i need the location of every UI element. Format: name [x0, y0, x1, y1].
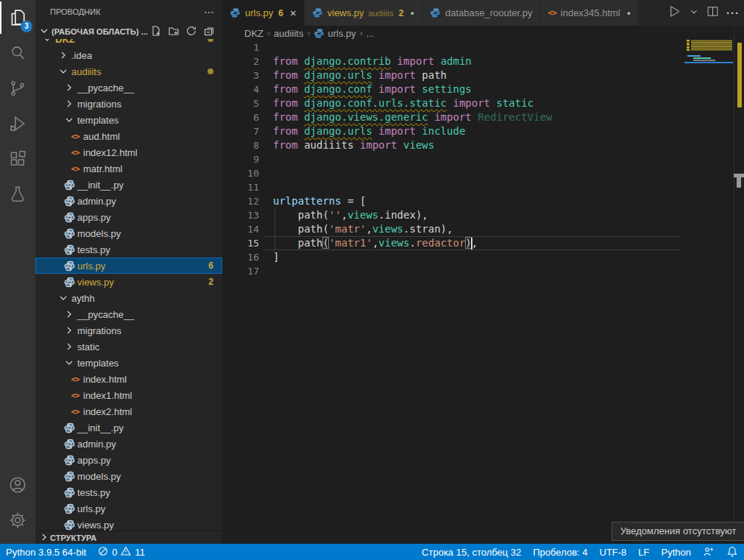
code-line-7[interactable]: 7from django.urls import include — [222, 124, 744, 138]
notifications-bell-icon[interactable] — [720, 544, 744, 560]
code-line-13[interactable]: 13 path('',views.index), — [222, 208, 744, 222]
code-line-10[interactable]: 10 — [222, 166, 744, 180]
source-control-icon[interactable] — [0, 71, 35, 106]
tab-urls.py[interactable]: urls.py6× — [222, 0, 305, 26]
code-line-14[interactable]: 14 path('matr',views.stran), — [222, 222, 744, 236]
tree-item-.idea[interactable]: .idea — [35, 47, 222, 63]
indentation-status[interactable]: Пробелов: 4 — [527, 544, 593, 560]
problems-status[interactable]: 0 11 — [92, 544, 151, 560]
new-file-icon[interactable] — [150, 25, 162, 38]
search-icon[interactable] — [0, 35, 35, 71]
cursor-position-status[interactable]: Строка 15, столбец 32 — [416, 544, 527, 560]
tree-item-aud.html[interactable]: <>aud.html — [35, 128, 222, 144]
dirty-indicator-icon[interactable]: ● — [627, 10, 631, 17]
code-editor[interactable]: 12from django.contrib import admin3from … — [222, 40, 744, 544]
code-line-17[interactable]: 17 — [222, 264, 744, 278]
line-number[interactable]: 7 — [222, 124, 259, 138]
line-number[interactable]: 11 — [222, 180, 259, 194]
tab-views.py[interactable]: views.pyaudiiits2● — [305, 0, 422, 26]
tree-item-matr.html[interactable]: <>matr.html — [35, 160, 222, 177]
line-number[interactable]: 4 — [222, 82, 259, 96]
language-mode-status[interactable]: Python — [656, 544, 697, 560]
line-number[interactable]: 17 — [222, 264, 259, 278]
line-number[interactable]: 6 — [222, 110, 259, 124]
explorer-icon[interactable]: 3 — [0, 0, 35, 35]
run-debug-icon[interactable] — [0, 106, 35, 141]
tree-item-apps.py[interactable]: apps.py — [35, 452, 222, 468]
minimap[interactable] — [684, 39, 733, 510]
code-line-5[interactable]: 5from django.conf.urls.static import sta… — [222, 96, 744, 110]
tree-item-index12.html[interactable]: <>index12.html — [35, 144, 222, 160]
line-number[interactable]: 10 — [222, 166, 259, 180]
breadcrumb-item-urls.py[interactable]: urls.py — [313, 28, 355, 39]
outline-section-header[interactable]: СТРУКТУРА — [35, 531, 222, 544]
code-line-4[interactable]: 4from django.conf import settings — [222, 82, 744, 96]
tree-item-urls.py[interactable]: urls.py — [35, 500, 222, 517]
tab-database_roouter.py[interactable]: database_roouter.py — [422, 0, 541, 26]
breadcrumb-item-DKZ[interactable]: DKZ — [244, 28, 263, 39]
python-interpreter-status[interactable]: Python 3.9.5 64-bit — [0, 544, 92, 560]
line-number[interactable]: 14 — [222, 222, 259, 236]
encoding-status[interactable]: UTF-8 — [594, 544, 633, 560]
tree-item-views.py[interactable]: views.py — [35, 517, 222, 531]
settings-gear-icon[interactable] — [0, 503, 35, 538]
tree-item-apps.py[interactable]: apps.py — [35, 209, 222, 225]
tree-item-urls.py[interactable]: urls.py6 — [35, 258, 222, 274]
tree-item-views.py[interactable]: views.py2 — [35, 274, 222, 290]
code-line-8[interactable]: 8from audiiits import views — [222, 138, 744, 152]
tree-item-models.py[interactable]: models.py — [35, 225, 222, 241]
tree-item-static[interactable]: static — [35, 339, 222, 355]
code-line-3[interactable]: 3from django.urls import path — [222, 68, 744, 82]
tree-item-tests.py[interactable]: tests.py — [35, 484, 222, 500]
extensions-icon[interactable] — [0, 141, 35, 177]
breadcrumb-item-audiiits[interactable]: audiiits — [274, 28, 303, 39]
explorer-more-actions-icon[interactable]: ⋯ — [204, 6, 215, 18]
collapse-all-icon[interactable] — [203, 25, 215, 38]
breadcrumb-item-...[interactable]: ... — [366, 28, 375, 39]
line-number[interactable]: 16 — [222, 250, 259, 264]
tree-item-__init__.py[interactable]: __init__.py — [35, 177, 222, 193]
line-number[interactable]: 2 — [222, 54, 259, 68]
eol-status[interactable]: LF — [632, 544, 655, 560]
run-dropdown-chevron-icon[interactable] — [689, 7, 699, 20]
line-number[interactable]: 12 — [222, 194, 259, 208]
line-number[interactable]: 5 — [222, 96, 259, 110]
tree-item-aythh[interactable]: aythh — [35, 290, 222, 306]
code-line-1[interactable]: 1 — [222, 40, 744, 54]
code-line-12[interactable]: 12urlpatterns = [ — [222, 194, 744, 208]
line-number[interactable]: 3 — [222, 68, 259, 82]
line-number[interactable]: 15 — [222, 236, 259, 250]
dirty-indicator-icon[interactable]: ● — [411, 10, 414, 17]
tree-item-migrations[interactable]: migrations — [35, 96, 222, 112]
tree-item-templates[interactable]: templates — [35, 355, 222, 371]
feedback-icon[interactable] — [697, 544, 720, 560]
tree-item-__pycache__[interactable]: __pycache__ — [35, 306, 222, 322]
tree-item-admin.py[interactable]: admin.py — [35, 193, 222, 209]
code-line-6[interactable]: 6from django.views.generic import Redire… — [222, 110, 744, 124]
account-icon[interactable] — [0, 467, 35, 503]
workspace-section-header[interactable]: (РАБОЧАЯ ОБЛАСТЬ) ... — [35, 24, 222, 39]
tree-item-index1.html[interactable]: <>index1.html — [35, 387, 222, 403]
line-number[interactable]: 9 — [222, 152, 259, 166]
code-line-11[interactable]: 11 — [222, 180, 744, 194]
tab-index345.html[interactable]: <>index345.html● — [541, 0, 640, 26]
line-number[interactable]: 13 — [222, 208, 259, 222]
tree-item-models.py[interactable]: models.py — [35, 468, 222, 484]
tree-item-__init__.py[interactable]: __init__.py — [35, 419, 222, 436]
split-editor-icon[interactable] — [706, 5, 719, 21]
tree-item-admin.py[interactable]: admin.py — [35, 436, 222, 452]
tree-item-templates[interactable]: templates — [35, 112, 222, 128]
tree-item-DKZ[interactable]: DKZ — [35, 39, 222, 47]
tree-item-index2.html[interactable]: <>index2.html — [35, 403, 222, 419]
code-line-15[interactable]: 15 path('matr1',views.redactor), — [222, 236, 744, 250]
close-icon[interactable]: × — [290, 7, 297, 19]
line-number[interactable]: 1 — [222, 40, 259, 54]
code-line-2[interactable]: 2from django.contrib import admin — [222, 54, 744, 68]
testing-icon[interactable] — [0, 177, 35, 212]
run-python-file-icon[interactable] — [667, 4, 681, 21]
code-line-16[interactable]: 16] — [222, 250, 744, 264]
refresh-icon[interactable] — [185, 25, 197, 38]
tree-item-audiiits[interactable]: audiiits — [35, 63, 222, 79]
tree-item-tests.py[interactable]: tests.py — [35, 241, 222, 258]
code-line-9[interactable]: 9 — [222, 152, 744, 166]
